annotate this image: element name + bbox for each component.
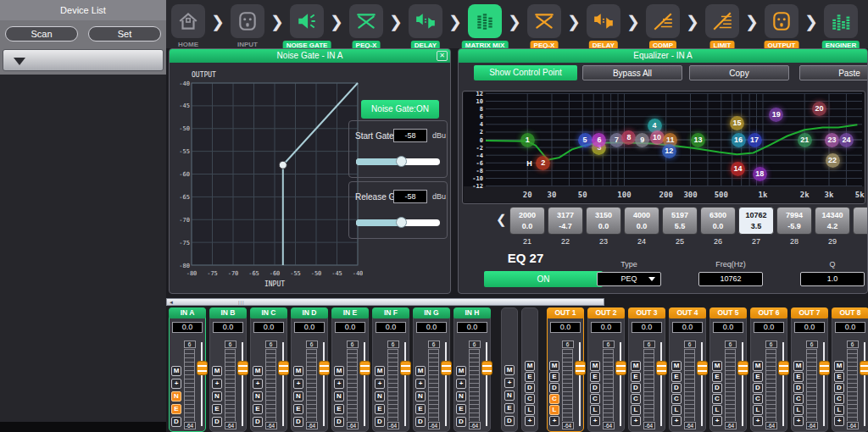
- toolbar-item-output[interactable]: OUTPUT: [765, 4, 798, 38]
- toolbar-item-enginer[interactable]: ENGINER: [824, 4, 858, 38]
- channel-gain-value[interactable]: 0.0: [376, 322, 406, 333]
- band-cell-21[interactable]: 20000.021: [509, 207, 545, 246]
- master-strip-in[interactable]: M+NED: [501, 307, 518, 432]
- channel-strip-out-8[interactable]: OUT 80.0MEDCL+6-64: [832, 307, 868, 432]
- copy-button[interactable]: Copy: [689, 65, 789, 80]
- channel-gain-value[interactable]: 0.0: [754, 322, 784, 333]
- strip-button-M[interactable]: M: [171, 366, 181, 376]
- strip-button-N[interactable]: N: [415, 391, 426, 402]
- strip-button-E[interactable]: E: [590, 372, 600, 382]
- strip-button-D[interactable]: D: [504, 416, 515, 426]
- toolbar-item-noise-gate[interactable]: NOISE GATE: [290, 4, 324, 38]
- strip-button-N[interactable]: N: [212, 391, 222, 402]
- eq-control-point-10[interactable]: 10: [650, 130, 665, 145]
- eq-control-point-20[interactable]: 20: [812, 102, 826, 116]
- strip-button-C[interactable]: C: [549, 394, 559, 404]
- strip-button-L[interactable]: L: [671, 405, 682, 415]
- strip-button-M[interactable]: M: [549, 361, 559, 371]
- channel-gain-value[interactable]: 0.0: [672, 322, 703, 333]
- strip-button-D[interactable]: D: [253, 417, 263, 427]
- strip-button-D[interactable]: D: [712, 383, 722, 393]
- strip-button-L[interactable]: L: [793, 405, 804, 415]
- eq-control-point-14[interactable]: 14: [731, 162, 745, 176]
- strip-button-D[interactable]: D: [456, 417, 466, 427]
- fader-handle[interactable]: [819, 361, 830, 375]
- strip-button-D[interactable]: D: [212, 417, 222, 427]
- strip-button-plus[interactable]: +: [525, 416, 535, 426]
- strip-button-plus[interactable]: +: [293, 379, 303, 389]
- eq-control-point-17[interactable]: 17: [748, 133, 762, 147]
- channel-gain-value[interactable]: 0.0: [457, 322, 487, 333]
- channel-strip-in-g[interactable]: IN G0.0M+NED6-64: [413, 307, 450, 432]
- strip-button-plus[interactable]: +: [334, 379, 344, 389]
- strip-button-D[interactable]: D: [415, 417, 426, 427]
- strip-button-M[interactable]: M: [793, 361, 804, 371]
- eq-freq-field[interactable]: 10762: [698, 272, 763, 286]
- channel-strip-out-2[interactable]: OUT 20.0MEDCL+6-64: [587, 307, 625, 432]
- eq-control-point-6[interactable]: 6: [592, 133, 606, 147]
- strip-button-plus[interactable]: +: [456, 379, 466, 389]
- toolbar-item-comp[interactable]: COMP: [646, 4, 680, 38]
- strip-button-M[interactable]: M: [631, 361, 641, 371]
- strip-button-M[interactable]: M: [525, 361, 535, 371]
- strip-button-D[interactable]: D: [334, 417, 344, 427]
- band-cell-25[interactable]: 51975.525: [662, 207, 698, 246]
- eq-control-point-18[interactable]: 18: [753, 167, 767, 181]
- strip-button-D[interactable]: D: [753, 383, 763, 393]
- strip-button-E[interactable]: E: [415, 404, 426, 414]
- channel-gain-value[interactable]: 0.0: [632, 322, 662, 333]
- fader-handle[interactable]: [860, 361, 868, 375]
- strip-button-E[interactable]: E: [504, 403, 515, 413]
- channel-strip-in-d[interactable]: IN D0.0M+NED6-64: [291, 307, 328, 432]
- strip-button-N[interactable]: N: [456, 391, 466, 402]
- strip-button-M[interactable]: M: [334, 366, 344, 376]
- strip-button-D[interactable]: D: [375, 417, 385, 427]
- channel-strip-out-5[interactable]: OUT 50.0MEDCL+6-64: [709, 307, 747, 432]
- band-cell-29[interactable]: 143404.229: [815, 207, 850, 246]
- strip-button-plus[interactable]: +: [793, 416, 804, 426]
- channel-strip-out-7[interactable]: OUT 70.0MEDCL+6-64: [791, 307, 828, 432]
- strip-button-N[interactable]: N: [293, 391, 303, 402]
- strip-button-plus[interactable]: +: [712, 416, 722, 426]
- strip-button-E[interactable]: E: [375, 404, 385, 414]
- fader-handle[interactable]: [656, 361, 667, 375]
- eq-control-point-9[interactable]: 9: [635, 133, 649, 147]
- strip-button-M[interactable]: M: [753, 361, 763, 371]
- scan-button[interactable]: Scan: [5, 26, 78, 42]
- eq-control-point-19[interactable]: 19: [769, 108, 783, 122]
- eq-control-point-5[interactable]: 5: [578, 133, 593, 147]
- strip-button-plus[interactable]: +: [253, 379, 263, 389]
- strip-button-L[interactable]: L: [753, 405, 763, 415]
- strip-button-E[interactable]: E: [549, 372, 559, 382]
- channel-gain-value[interactable]: 0.0: [794, 322, 825, 333]
- strip-button-M[interactable]: M: [504, 365, 515, 375]
- gate-threshold-point[interactable]: [279, 161, 287, 169]
- eq-control-point-23[interactable]: 23: [825, 133, 839, 147]
- fader-handle[interactable]: [237, 361, 248, 375]
- strip-button-E[interactable]: E: [334, 404, 344, 414]
- release-gate-slider[interactable]: [356, 219, 440, 226]
- fader-handle[interactable]: [319, 361, 330, 375]
- strip-button-M[interactable]: M: [590, 361, 600, 371]
- strip-button-L[interactable]: L: [834, 405, 844, 415]
- eq-q-field[interactable]: 1.0: [800, 272, 865, 286]
- strip-button-plus[interactable]: +: [415, 379, 426, 389]
- strip-button-D[interactable]: D: [549, 383, 559, 393]
- strip-button-L[interactable]: L: [631, 405, 641, 415]
- fader-handle[interactable]: [400, 361, 411, 375]
- strip-button-D[interactable]: D: [631, 383, 641, 393]
- strip-button-plus[interactable]: +: [631, 416, 641, 426]
- strip-button-C[interactable]: C: [525, 394, 535, 404]
- horizontal-scrollbar[interactable]: ◄ |||: [166, 298, 604, 306]
- strip-button-C[interactable]: C: [590, 394, 600, 404]
- channel-gain-value[interactable]: 0.0: [713, 322, 743, 333]
- band-scroll-left-icon[interactable]: ❮: [496, 212, 507, 227]
- strip-button-C[interactable]: C: [793, 394, 804, 404]
- strip-button-M[interactable]: M: [456, 366, 466, 376]
- channel-gain-value[interactable]: 0.0: [172, 322, 203, 333]
- strip-button-C[interactable]: C: [834, 394, 844, 404]
- strip-button-plus[interactable]: +: [171, 379, 181, 389]
- strip-button-C[interactable]: C: [712, 394, 722, 404]
- show-control-point-button[interactable]: Show Control Point: [474, 65, 577, 80]
- strip-button-D[interactable]: D: [171, 417, 181, 427]
